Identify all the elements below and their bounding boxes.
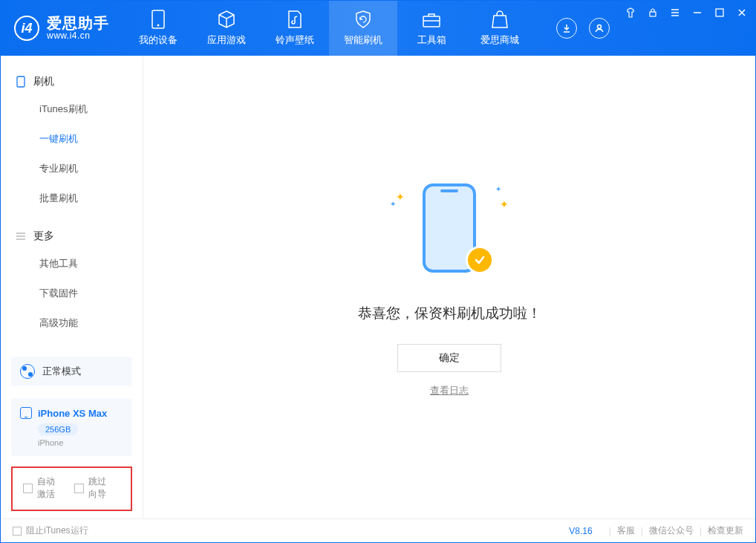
device-icon [149,10,168,29]
view-log-link[interactable]: 查看日志 [430,384,469,397]
menu-icon[interactable] [669,7,681,19]
label-skip-guide: 跳过向导 [88,475,114,501]
sidebar-item-pro-flash[interactable]: 专业刷机 [1,154,143,183]
tab-apps-games[interactable]: 应用游戏 [192,1,261,56]
mode-icon [20,364,35,379]
sidebar-group-more: 更多 [1,224,143,249]
tab-toolbox[interactable]: 工具箱 [397,1,466,56]
sidebar-item-oneclick-flash[interactable]: 一键刷机 [1,124,143,154]
mode-label: 正常模式 [42,365,81,378]
sparkle-icon: ✦ [390,200,396,208]
window-controls [625,1,755,56]
toolbox-icon [422,10,441,29]
device-type: iPhone [38,438,123,447]
logo-area: i4 爱思助手 www.i4.cn [1,1,124,56]
lock-icon[interactable] [647,7,659,19]
label-block-itunes: 阻止iTunes运行 [26,524,88,537]
cube-icon [217,10,236,29]
sidebar-item-download-firmware[interactable]: 下载固件 [1,279,143,308]
tab-ringtone-wallpaper[interactable]: 铃声壁纸 [261,1,329,56]
sidebar-item-advanced[interactable]: 高级功能 [1,308,143,338]
shield-refresh-icon [353,10,373,29]
sidebar-group-flash: 刷机 [1,69,143,94]
success-illustration: ✦ ✦ ✦ ✦ [390,178,509,282]
success-message: 恭喜您，保资料刷机成功啦！ [358,304,541,323]
main-content: ✦ ✦ ✦ ✦ 恭喜您，保资料刷机成功啦！ 确定 查看日志 [143,56,755,518]
tab-my-device[interactable]: 我的设备 [124,1,192,56]
mode-block[interactable]: 正常模式 [11,357,132,386]
checkbox-skip-guide[interactable] [74,484,84,493]
device-capacity: 256GB [38,423,78,435]
svg-rect-4 [650,12,656,16]
logo-icon: i4 [14,16,39,41]
options-row: 自动激活 跳过向导 [11,466,132,511]
tab-store[interactable]: 爱思商城 [466,1,534,56]
skin-icon[interactable] [625,7,636,19]
device-name: iPhone XS Max [38,408,107,419]
ok-button[interactable]: 确定 [397,344,501,372]
checkbox-block-itunes[interactable] [13,527,22,536]
sidebar-item-batch-flash[interactable]: 批量刷机 [1,183,143,213]
app-title: 爱思助手 [47,15,109,31]
main-tabs: 我的设备 应用游戏 铃声壁纸 智能刷机 工具箱 爱思商城 [124,1,556,56]
sidebar-item-itunes-flash[interactable]: iTunes刷机 [1,94,143,124]
body: 刷机 iTunes刷机 一键刷机 专业刷机 批量刷机 更多 其他工具 下载固件 … [1,56,755,518]
app-window: i4 爱思助手 www.i4.cn 我的设备 应用游戏 铃声壁纸 智能刷机 [0,0,756,543]
app-subtitle: www.i4.cn [47,31,109,41]
device-block[interactable]: iPhone XS Max 256GB iPhone [11,398,132,456]
checkbox-auto-activate[interactable] [23,484,33,493]
music-file-icon [285,10,304,29]
tab-smart-flash[interactable]: 智能刷机 [329,1,397,56]
user-icon[interactable] [589,18,610,39]
statusbar: 阻止iTunes运行 V8.16 | 客服 | 微信公众号 | 检查更新 [1,518,755,542]
device-small-icon [20,407,32,419]
close-button[interactable] [736,7,748,19]
check-badge-icon [466,246,494,274]
maximize-button[interactable] [714,7,726,19]
label-auto-activate: 自动激活 [37,475,62,501]
titlebar: i4 爱思助手 www.i4.cn 我的设备 应用游戏 铃声壁纸 智能刷机 [1,1,755,56]
sidebar-item-other-tools[interactable]: 其他工具 [1,249,143,279]
svg-rect-6 [17,77,25,87]
version-label: V8.16 [569,526,592,536]
logo-text: 爱思助手 www.i4.cn [47,15,109,41]
download-icon[interactable] [556,18,577,39]
svg-point-3 [598,25,602,29]
sparkle-icon: ✦ [500,198,509,210]
bag-icon [490,10,509,29]
svg-point-1 [157,25,160,27]
svg-rect-5 [716,9,723,16]
minimize-button[interactable] [691,7,703,19]
status-link-wechat[interactable]: 微信公众号 [649,524,694,537]
status-link-support[interactable]: 客服 [617,524,635,537]
sparkle-icon: ✦ [495,185,501,193]
status-link-update[interactable]: 检查更新 [708,524,743,537]
header-right-icons [556,1,625,56]
list-small-icon [16,231,26,241]
phone-small-icon [16,77,26,87]
svg-rect-2 [423,16,440,27]
sidebar: 刷机 iTunes刷机 一键刷机 专业刷机 批量刷机 更多 其他工具 下载固件 … [1,56,143,518]
sparkle-icon: ✦ [396,191,405,203]
